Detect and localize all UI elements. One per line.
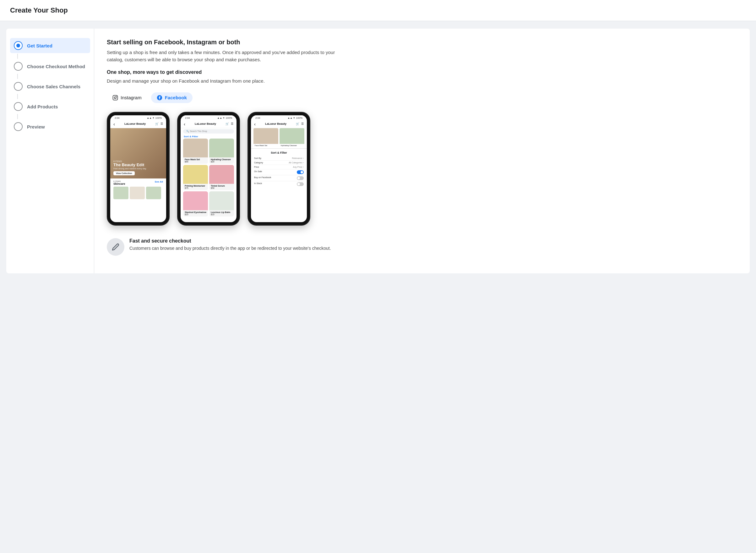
step-icon-preview — [14, 122, 23, 131]
page-body: Get Started Choose Checkout Method Choos… — [0, 21, 756, 281]
filter-row-price: Price Any Price › — [254, 165, 304, 169]
phone-screen-3: 2:04 ▲▲ ✦ 100% ‹ LaLueur Beauty 🛒 ☰ — [251, 115, 307, 222]
filter-row-buy-facebook: Buy on Facebook — [254, 175, 304, 181]
sidebar-item-preview[interactable]: Preview — [6, 119, 94, 134]
phone2-product-grid: Face Mask Set $65 Hydrating Cleanser $20 — [181, 139, 237, 219]
sidebar: Get Started Choose Checkout Method Choos… — [6, 28, 94, 273]
phone3-menu-icon: ☰ — [301, 122, 304, 126]
phone1-section: 8 ITEMS Skincare See All — [110, 178, 166, 201]
phone3-signal: ▲▲ ✦ 100% — [287, 116, 303, 120]
phone2-filter-label[interactable]: Sort & Filter — [181, 135, 237, 139]
phone1-collection-name: The Beauty Edit — [113, 162, 147, 167]
tab-facebook[interactable]: Facebook — [151, 92, 192, 103]
phone2-nav: ‹ LaLueur Beauty 🛒 ☰ — [181, 120, 237, 128]
phone-mockup-3: 2:04 ▲▲ ✦ 100% ‹ LaLueur Beauty 🛒 ☰ — [248, 112, 310, 226]
product-card-1: Face Mask Set $65 — [183, 139, 208, 164]
phone1-hero: 8 ITEMS The Beauty Edit Feel strong and … — [110, 128, 166, 178]
product-card-6: Luscious Lip Balm $15 — [209, 191, 234, 217]
checkout-pencil-icon — [112, 243, 119, 251]
tab-instagram-label: Instagram — [120, 95, 142, 100]
filter-label-sort-by: Sort By — [254, 157, 261, 159]
product-name-4: Tinted Serum — [211, 185, 232, 187]
svg-rect-0 — [113, 95, 118, 100]
product-info-1: Face Mask Set $65 — [183, 157, 208, 164]
thumb-1 — [113, 187, 129, 199]
sidebar-item-sales-channels[interactable]: Choose Sales Channels — [6, 79, 94, 94]
step-label-sales-channels: Choose Sales Channels — [27, 84, 80, 89]
phone1-view-collection-btn[interactable]: View Collection — [113, 171, 135, 175]
page-title: Create Your Shop — [10, 6, 746, 14]
content-heading: Start selling on Facebook, Instagram or … — [107, 38, 737, 46]
filter-row-in-stock: In Stock — [254, 181, 304, 187]
phone3-img-2 — [279, 128, 304, 144]
content-description: Setting up a shop is free and only takes… — [107, 49, 352, 63]
facebook-icon — [157, 95, 162, 100]
sidebar-item-add-products[interactable]: Add Products — [6, 99, 94, 114]
product-img-4 — [209, 165, 234, 184]
step-label-checkout-method: Choose Checkout Method — [27, 64, 85, 69]
product-img-2 — [209, 139, 234, 157]
product-info-5: Stardust Eyeshadow $25 — [183, 210, 208, 217]
phone2-icons: 🛒 ☰ — [226, 122, 233, 126]
filter-panel: Sort & Filter Sort By Relevance › Catego… — [251, 148, 307, 189]
product-card-5: Stardust Eyeshadow $25 — [183, 191, 208, 217]
main-card: Get Started Choose Checkout Method Choos… — [6, 28, 750, 273]
sidebar-item-get-started[interactable]: Get Started — [10, 38, 90, 53]
filter-toggle-in-stock[interactable] — [297, 182, 304, 186]
phone1-signal: ▲▲ ✦ 100% — [147, 116, 162, 120]
phone-status-bar-2: 2:04 ▲▲ ✦ 100% — [181, 115, 237, 120]
phone1-items-label: 8 ITEMS — [113, 160, 147, 162]
phone1-section-name: Skincare — [113, 182, 125, 185]
phone1-tagline: Feel strong and radiant every day. — [113, 167, 147, 170]
product-price-2: $20 — [211, 161, 232, 163]
step-label-get-started: Get Started — [27, 43, 53, 49]
filter-row-category: Category All Categories › — [254, 161, 304, 165]
filter-label-in-stock: In Stock — [254, 182, 262, 186]
phone1-section-meta: 8 ITEMS Skincare — [113, 180, 125, 185]
product-price-3: $75 — [185, 187, 206, 189]
product-name-6: Luscious Lip Balm — [211, 211, 232, 213]
phone3-product-name-2: Hydrating Cleanser — [279, 144, 304, 147]
filter-label-on-sale: On Sale — [254, 170, 262, 174]
tab-facebook-label: Facebook — [165, 95, 187, 100]
phone1-back-icon: ‹ — [113, 121, 115, 127]
feature-checkout-text: Fast and secure checkout Customers can b… — [130, 238, 331, 252]
section2-description: Design and manage your shop on Facebook … — [107, 78, 737, 85]
step-connector-2 — [17, 74, 18, 79]
step-icon-sales-channels — [14, 82, 23, 91]
step-icon-get-started — [14, 41, 23, 50]
product-name-5: Stardust Eyeshadow — [185, 211, 206, 213]
product-img-3 — [183, 165, 208, 184]
step-connector-3 — [17, 94, 18, 99]
phone3-product-name-1: Face Mask Set — [253, 144, 278, 147]
phone1-see-all[interactable]: See All — [155, 180, 163, 185]
phone2-signal: ▲▲ ✦ 100% — [217, 116, 232, 120]
product-img-6 — [209, 191, 234, 210]
feature-checkout: Fast and secure checkout Customers can b… — [107, 238, 737, 256]
svg-point-2 — [116, 96, 117, 96]
product-card-4: Tinted Serum $50 — [209, 165, 234, 190]
filter-panel-title: Sort & Filter — [254, 151, 304, 154]
product-img-5 — [183, 191, 208, 210]
phones-row: 2:04 ▲▲ ✦ 100% ‹ LaLueur Beauty 🛒 ☰ — [107, 112, 737, 226]
product-info-3: Priming Moisturizer $75 — [183, 184, 208, 190]
step-connector-4 — [17, 114, 18, 119]
product-name-1: Face Mask Set — [185, 158, 206, 161]
phone-status-bar-1: 2:04 ▲▲ ✦ 100% — [110, 115, 166, 120]
phone3-bg-grid: Face Mask Set Hydrating Cleanser — [251, 128, 307, 148]
phone3-nav: ‹ LaLueur Beauty 🛒 ☰ — [251, 120, 307, 128]
product-name-3: Priming Moisturizer — [185, 185, 206, 187]
step-connector-1 — [17, 54, 18, 59]
phone2-menu-icon: ☰ — [231, 122, 233, 126]
tab-instagram[interactable]: Instagram — [107, 92, 147, 103]
filter-toggle-on-sale[interactable] — [297, 170, 304, 174]
filter-label-price: Price — [254, 166, 259, 168]
product-info-6: Luscious Lip Balm $15 — [209, 210, 234, 217]
phone2-back-icon: ‹ — [184, 121, 185, 127]
sidebar-item-checkout-method[interactable]: Choose Checkout Method — [6, 59, 94, 74]
filter-row-on-sale: On Sale — [254, 169, 304, 175]
phone1-menu-icon: ☰ — [161, 122, 163, 126]
phone-screen-1: 2:04 ▲▲ ✦ 100% ‹ LaLueur Beauty 🛒 ☰ — [110, 115, 166, 222]
product-price-1: $65 — [185, 161, 206, 163]
filter-toggle-buy-facebook[interactable] — [297, 176, 304, 180]
